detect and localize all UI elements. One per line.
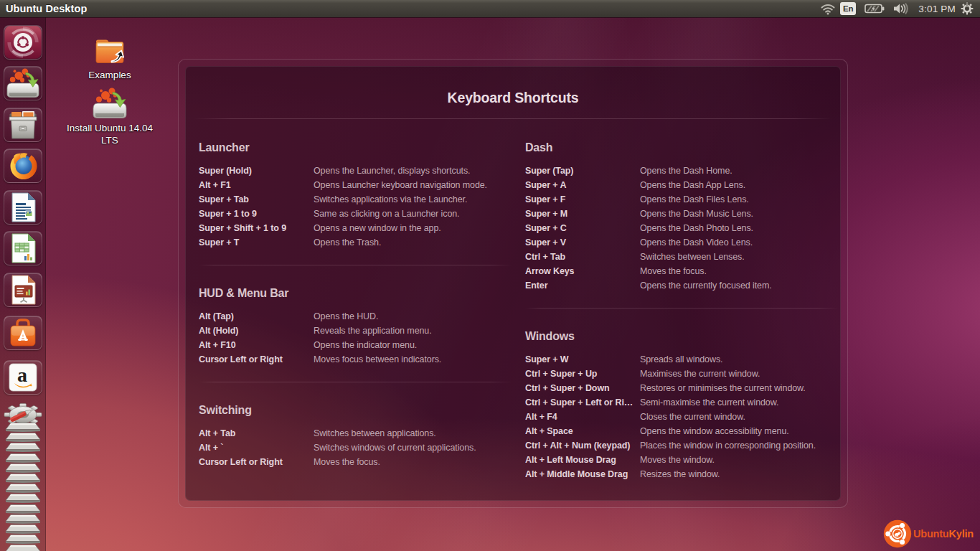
launcher-item-libreoffice-impress[interactable] <box>4 273 42 307</box>
desktop-icon-examples[interactable]: Examples <box>60 37 160 82</box>
launcher: a <box>0 17 46 551</box>
shortcut-description: Resizes the window. <box>640 467 720 481</box>
shortcut-description: Opens the Dash Video Lens. <box>640 235 753 250</box>
section-rows: Super + WSpreads all windows.Ctrl + Supe… <box>525 352 839 481</box>
shortcut-row: Super + VOpens the Dash Video Lens. <box>525 235 839 250</box>
svg-text:a: a <box>17 364 27 386</box>
shortcut-keys: Super + 1 to 9 <box>199 207 314 221</box>
shortcut-row: Alt + F10Opens the indicator menu. <box>199 338 512 352</box>
shortcut-description: Opens a new window in the app. <box>314 221 441 235</box>
desktop-icon-install-ubuntu[interactable]: Install Ubuntu 14.04LTS <box>60 86 160 146</box>
shortcuts-overlay: Keyboard Shortcuts LauncherSuper (Hold)O… <box>178 59 848 508</box>
shortcut-description: Opens the Launcher, displays shortcuts. <box>314 164 470 178</box>
shortcut-keys: Alt + Middle Mouse Drag <box>525 467 640 481</box>
shortcut-keys: Super + F <box>525 192 640 207</box>
volume-icon[interactable] <box>892 0 910 17</box>
shortcut-keys: Super + A <box>525 178 640 192</box>
shortcut-keys: Ctrl + Super + Down <box>525 381 640 395</box>
shortcut-keys: Alt + F10 <box>199 338 314 352</box>
shortcut-row: Alt + F4Closes the current window. <box>525 410 839 424</box>
ubuntu-dash-icon <box>4 25 42 60</box>
shortcut-description: Opens the Trash. <box>314 235 381 250</box>
shortcut-description: Opens the window accessibility menu. <box>640 424 789 438</box>
section-separator <box>199 382 512 382</box>
section-heading: HUD & Menu Bar <box>199 287 512 300</box>
section-heading: Dash <box>525 141 839 154</box>
shortcut-description: Semi-maximise the current window. <box>640 395 778 410</box>
install-ubuntu-icon <box>5 67 41 100</box>
shortcut-row: Arrow KeysMoves the focus. <box>525 264 839 278</box>
shortcut-description: Opens Launcher keyboard navigation mode. <box>314 178 487 192</box>
install-label-line2: LTS <box>101 135 118 146</box>
examples-folder-icon <box>93 37 127 67</box>
section-rows: Super (Tap)Opens the Dash Home.Super + A… <box>525 164 839 293</box>
shortcut-keys: Super + Shift + 1 to 9 <box>199 221 314 235</box>
launcher-item-install-ubuntu[interactable] <box>4 66 42 100</box>
launcher-item-libreoffice-calc[interactable] <box>4 231 42 265</box>
shortcut-description: Switches between applications. <box>314 426 436 441</box>
launcher-item-ubuntu-software-center[interactable] <box>4 316 42 350</box>
files-icon <box>7 110 39 140</box>
shortcut-row: Super + MOpens the Dash Music Lens. <box>525 207 839 221</box>
shortcut-description: Moves focus between indicators. <box>314 352 441 367</box>
launcher-item-libreoffice-writer[interactable] <box>4 190 42 225</box>
shortcut-keys: Alt + ` <box>199 441 314 455</box>
shortcut-row: Alt + Left Mouse DragMoves the window. <box>525 453 839 467</box>
keyboard-layout-label: En <box>840 2 856 15</box>
shortcut-row: Super (Hold)Opens the Launcher, displays… <box>199 164 512 178</box>
shortcut-keys: Alt + Space <box>525 424 640 438</box>
shortcut-keys: Super + W <box>525 352 640 367</box>
ubuntukylin-logo-icon <box>883 519 912 548</box>
shortcut-keys: Super (Hold) <box>199 164 314 178</box>
shortcut-keys: Alt (Hold) <box>199 324 314 338</box>
shortcut-description: Opens the Dash Files Lens. <box>640 192 749 207</box>
shortcut-keys: Enter <box>525 278 640 293</box>
brand-text-ubuntu: Ubuntu <box>913 528 949 540</box>
section-heading: Launcher <box>199 141 512 154</box>
shortcut-row: Super + TabSwitches applications via the… <box>199 192 512 207</box>
brand-text-kylin: Kylin <box>949 528 974 540</box>
shortcut-description: Opens the Dash Music Lens. <box>640 207 753 221</box>
shortcut-description: Moves the focus. <box>314 455 380 469</box>
launcher-item-files[interactable] <box>4 108 42 142</box>
shortcut-description: Opens the Dash Home. <box>640 164 732 178</box>
install-disk-icon <box>91 86 128 121</box>
desktop-icon-label: Examples <box>60 70 160 82</box>
launcher-item-amazon[interactable]: a <box>4 360 42 395</box>
shortcut-keys: Ctrl + Tab <box>525 250 640 264</box>
shortcut-row: Super + TOpens the Trash. <box>199 235 512 250</box>
session-gear-icon[interactable] <box>961 0 974 17</box>
shortcut-keys: Super + M <box>525 207 640 221</box>
shortcut-row: Super + WSpreads all windows. <box>525 352 839 367</box>
shortcut-row: Super + AOpens the Dash App Lens. <box>525 178 839 192</box>
shortcut-keys: Super (Tap) <box>525 164 640 178</box>
launcher-item-ubuntu-dash-home[interactable] <box>4 25 42 60</box>
shortcut-row: Ctrl + Super + Left or Ri…Semi-maximise … <box>525 395 839 410</box>
launcher-item-firefox[interactable] <box>4 149 42 183</box>
shortcut-keys: Super + T <box>199 235 314 250</box>
shortcut-description: Moves the focus. <box>640 264 707 278</box>
keyboard-layout-indicator[interactable]: En <box>836 0 860 17</box>
shortcuts-overlay-panel: Keyboard Shortcuts LauncherSuper (Hold)O… <box>185 66 841 501</box>
shortcut-description: Spreads all windows. <box>640 352 722 367</box>
shortcut-row: Ctrl + Super + UpMaximises the current w… <box>525 367 839 381</box>
wifi-icon[interactable] <box>820 0 836 17</box>
shortcut-description: Maximises the current window. <box>640 367 760 381</box>
launcher-folded-item[interactable] <box>4 544 42 551</box>
shortcut-row: Alt + TabSwitches between applications. <box>199 426 512 441</box>
section-heading: Windows <box>525 330 839 343</box>
shortcut-row: Alt + SpaceOpens the window accessibilit… <box>525 424 839 438</box>
section-separator <box>525 308 839 309</box>
clock[interactable]: 3:01 PM <box>918 4 956 14</box>
shortcut-row: Alt + `Switches windows of current appli… <box>199 441 512 455</box>
shortcut-description: Moves the window. <box>640 453 715 467</box>
battery-icon[interactable] <box>864 0 885 17</box>
shortcut-description: Switches windows of current applications… <box>314 441 476 455</box>
install-label-line1: Install Ubuntu 14.04 <box>67 123 153 133</box>
panel-indicators: En <box>820 0 980 17</box>
shortcut-row: Alt + F1Opens Launcher keyboard navigati… <box>199 178 512 192</box>
desktop-screen: Ubuntu Desktop En <box>0 0 980 551</box>
shortcut-keys: Ctrl + Alt + Num (keypad) <box>525 438 640 453</box>
shortcut-row: Super (Tap)Opens the Dash Home. <box>525 164 839 178</box>
shortcut-keys: Ctrl + Super + Up <box>525 367 640 381</box>
